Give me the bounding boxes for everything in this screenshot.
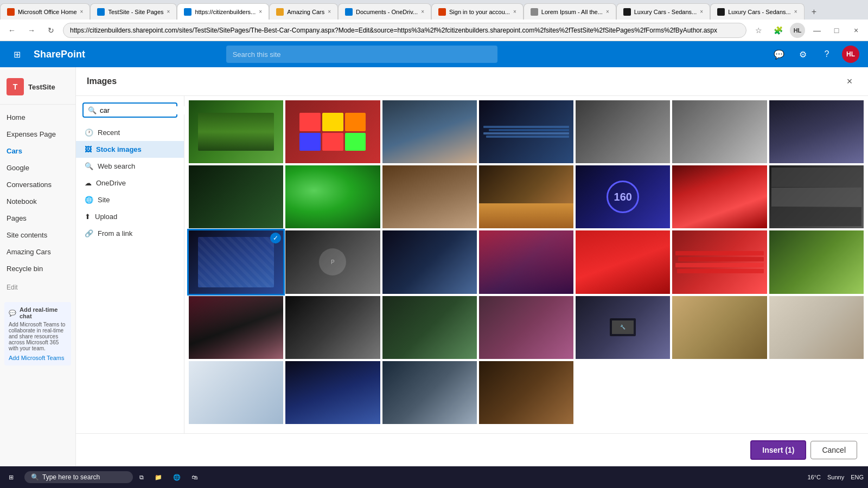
start-button[interactable]: ⊞	[4, 472, 18, 483]
image-thumb-5[interactable]	[576, 100, 670, 163]
taskbar-search-icon: 🔍	[31, 473, 39, 481]
image-thumb-11[interactable]	[479, 165, 573, 228]
image-thumb-13[interactable]	[672, 165, 767, 228]
images-nav-site[interactable]: 🌐 Site	[76, 191, 184, 208]
image-thumb-19[interactable]	[576, 230, 670, 293]
images-search-input[interactable]	[100, 106, 191, 114]
image-thumb-16[interactable]: P	[285, 230, 380, 293]
tab-signin[interactable]: Sign in to your accou... ×	[431, 3, 524, 20]
sidebar-item-edit[interactable]: Edit	[0, 279, 75, 296]
taskbar-task-view[interactable]: ⧉	[135, 472, 148, 483]
image-thumb-17[interactable]	[382, 230, 477, 293]
image-thumb-8[interactable]	[189, 165, 283, 228]
image-thumb-9[interactable]	[285, 165, 380, 228]
bookmark-button[interactable]: ☆	[751, 23, 766, 38]
image-thumb-30[interactable]	[285, 361, 380, 424]
images-nav-from-link[interactable]: 🔗 From a link	[76, 225, 184, 242]
sidebar-item-recycle-bin[interactable]: Recycle bin	[0, 260, 75, 277]
tab-close-luxury1[interactable]: ×	[700, 9, 703, 15]
image-thumb-7[interactable]	[769, 100, 864, 163]
tab-testsite[interactable]: TestSite - Site Pages ×	[90, 3, 177, 20]
chat-button[interactable]: 💬	[770, 46, 788, 63]
tab-luxury1[interactable]: Luxury Cars - Sedans... ×	[616, 3, 710, 20]
cancel-button[interactable]: Cancel	[810, 441, 857, 459]
taskbar-edge[interactable]: 🌐	[169, 472, 185, 483]
tab-close-onedrive[interactable]: ×	[421, 9, 424, 15]
taskbar-search[interactable]: 🔍 Type here to search	[24, 471, 133, 483]
tab-close-luxury2[interactable]: ×	[794, 9, 797, 15]
waffle-menu-button[interactable]: ⊞	[9, 46, 25, 62]
images-nav-web[interactable]: 🔍 Web search	[76, 158, 184, 175]
sidebar-item-expenses[interactable]: Expenses Page	[0, 126, 75, 143]
tab-onedrive[interactable]: Documents - OneDriv... ×	[338, 3, 431, 20]
image-thumb-32[interactable]	[479, 361, 573, 424]
image-thumb-6[interactable]	[672, 100, 767, 163]
image-thumb-25[interactable]	[479, 296, 573, 359]
teams-promo-link[interactable]: Add Microsoft Teams	[9, 355, 67, 361]
taskbar-file-explorer[interactable]: 📁	[150, 472, 167, 483]
forward-button[interactable]: →	[24, 23, 39, 38]
image-thumb-26[interactable]: 🔧	[576, 296, 670, 359]
reload-button[interactable]: ↻	[43, 23, 59, 38]
sidebar-item-notebook[interactable]: Notebook	[0, 193, 75, 210]
image-thumb-15[interactable]: ✓	[189, 230, 283, 293]
image-thumb-27[interactable]	[672, 296, 767, 359]
image-thumb-18[interactable]	[479, 230, 573, 293]
image-thumb-3[interactable]	[382, 100, 477, 163]
back-button[interactable]: ←	[4, 23, 20, 38]
image-thumb-24[interactable]	[382, 296, 477, 359]
tab-ms-office[interactable]: Microsoft Office Home ×	[0, 3, 90, 20]
image-thumb-20[interactable]	[672, 230, 767, 293]
image-thumb-28[interactable]	[769, 296, 864, 359]
insert-button[interactable]: Insert (1)	[750, 440, 806, 460]
tab-title-onedrive: Documents - OneDriv...	[356, 9, 418, 15]
image-thumb-12[interactable]: 160	[576, 165, 670, 228]
maximize-button[interactable]: □	[829, 23, 844, 38]
tab-close-lorem[interactable]: ×	[606, 9, 609, 15]
tab-title-citizenbuilders: https://citizenbuilders...	[195, 9, 256, 15]
tab-close-ms-office[interactable]: ×	[80, 9, 84, 15]
taskbar-store[interactable]: 🛍	[187, 472, 202, 483]
tab-amazing-cars[interactable]: Amazing Cars ×	[269, 3, 338, 20]
sharepoint-search-input[interactable]	[226, 46, 497, 63]
sidebar-item-amazing-cars[interactable]: Amazing Cars	[0, 243, 75, 260]
images-nav-upload[interactable]: ⬆ Upload	[76, 208, 184, 225]
sidebar-item-conversations[interactable]: Conversations	[0, 176, 75, 193]
images-nav-stock[interactable]: 🖼 Stock images	[76, 141, 184, 158]
close-window-button[interactable]: ×	[848, 23, 864, 38]
images-nav-onedrive[interactable]: ☁ OneDrive	[76, 175, 184, 191]
tab-close-testsite[interactable]: ×	[167, 9, 170, 15]
image-thumb-14[interactable]	[769, 165, 864, 228]
tab-close-signin[interactable]: ×	[513, 9, 516, 15]
tab-lorem[interactable]: Lorem Ipsum - All the... ×	[524, 3, 616, 20]
new-tab-button[interactable]: +	[807, 4, 822, 20]
image-thumb-29[interactable]	[189, 361, 283, 424]
image-thumb-23[interactable]	[285, 296, 380, 359]
tab-title-lorem: Lorem Ipsum - All the...	[541, 9, 603, 15]
image-thumb-1[interactable]	[189, 100, 283, 163]
image-thumb-22[interactable]	[189, 296, 283, 359]
image-thumb-2[interactable]	[285, 100, 380, 163]
image-thumb-21[interactable]	[769, 230, 864, 293]
tab-close-amazing-cars[interactable]: ×	[328, 9, 331, 15]
settings-button[interactable]: ⚙	[794, 46, 812, 63]
image-thumb-10[interactable]	[382, 165, 477, 228]
images-close-button[interactable]: ×	[842, 74, 857, 89]
sidebar-item-google[interactable]: Google	[0, 159, 75, 176]
sidebar-item-site-contents[interactable]: Site contents	[0, 227, 75, 243]
address-input[interactable]	[63, 23, 746, 38]
sidebar-item-home[interactable]: Home	[0, 109, 75, 126]
sidebar-item-pages[interactable]: Pages	[0, 210, 75, 227]
images-nav-recent[interactable]: 🕐 Recent	[76, 124, 184, 141]
image-thumb-31[interactable]	[382, 361, 477, 424]
minimize-button[interactable]: —	[809, 23, 825, 38]
extensions-button[interactable]: 🧩	[770, 23, 786, 38]
tab-citizenbuilders[interactable]: https://citizenbuilders... ×	[177, 3, 269, 20]
user-avatar[interactable]: HL	[842, 46, 859, 63]
image-thumb-4[interactable]	[479, 100, 573, 163]
sidebar-item-cars[interactable]: Cars	[0, 143, 75, 159]
tab-close-citizenbuilders[interactable]: ×	[259, 9, 262, 15]
profile-button[interactable]: HL	[790, 23, 805, 38]
tab-luxury2[interactable]: Luxury Cars - Sedans... ×	[710, 3, 804, 20]
help-button[interactable]: ?	[818, 46, 835, 63]
